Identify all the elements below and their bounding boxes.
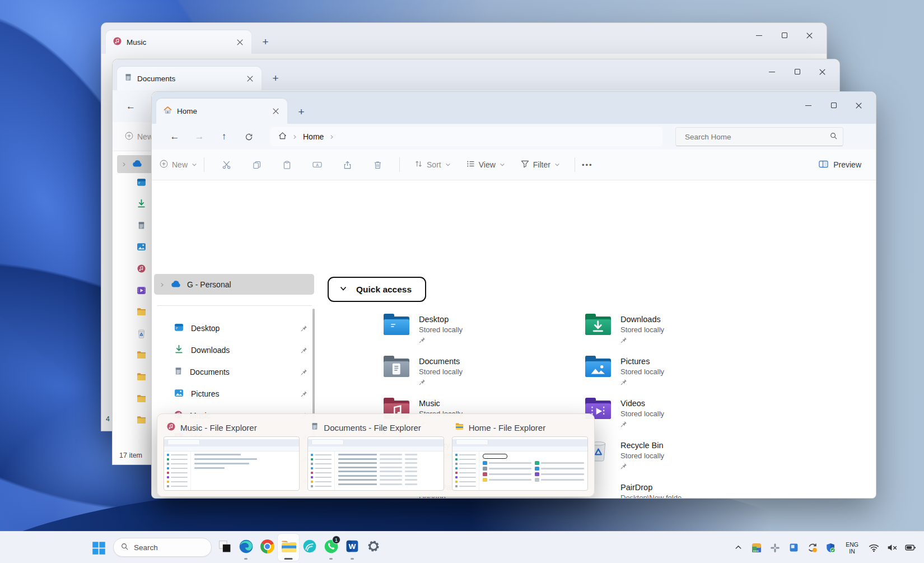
sidebar-item-pictures[interactable]: Pictures (160, 384, 314, 404)
taskbar-app-edge[interactable] (235, 534, 256, 561)
home-tab-close-icon[interactable] (269, 105, 282, 118)
chevron-down-icon (445, 160, 451, 169)
quick-access-section-header[interactable]: Quick access (328, 277, 426, 302)
quick-access-item-recycle-bin[interactable]: Recycle BinStored locally (585, 437, 759, 477)
breadcrumb-home-icon[interactable] (278, 132, 287, 142)
quick-access-item-videos[interactable]: VideosStored locally (585, 395, 759, 435)
music-tab[interactable]: Music (106, 30, 251, 54)
quick-access-item-text: VideosStored locally (620, 395, 664, 435)
documents-new-tab-button[interactable]: + (267, 70, 284, 87)
home-maximize-button[interactable] (821, 96, 846, 114)
copy-button[interactable] (250, 161, 263, 169)
sidebar-item-documents[interactable]: Documents (160, 362, 314, 382)
back-button[interactable]: ← (166, 128, 183, 145)
documents-new-button-label[interactable]: New (137, 132, 153, 141)
paste-button[interactable] (280, 161, 293, 169)
documents-sidebar-folder-icon[interactable] (136, 350, 146, 360)
quick-access-item-desktop[interactable]: DesktopStored locally (384, 311, 557, 351)
quick-access-item-downloads[interactable]: DownloadsStored locally (585, 311, 759, 351)
cut-button[interactable] (220, 160, 233, 169)
documents-sidebar-folder-icon[interactable] (136, 307, 146, 317)
documents-minimize-button[interactable] (759, 63, 785, 81)
quick-access-item-documents[interactable]: DocumentsStored locally (384, 353, 557, 393)
music-minimize-button[interactable] (746, 26, 772, 44)
preview-card-home-file-explorer[interactable]: Home - File Explorer (450, 417, 590, 492)
documents-close-button[interactable] (810, 63, 835, 81)
sidebar-item-downloads[interactable]: Downloads (160, 340, 314, 360)
view-button[interactable]: View (466, 160, 505, 169)
pin-icon (301, 390, 307, 397)
sort-button[interactable]: Sort (414, 160, 451, 170)
sidebar-item-onedrive[interactable]: G - Personal (154, 274, 314, 295)
rename-button[interactable]: A (310, 161, 324, 169)
thumbnail-body (308, 452, 443, 491)
documents-tab[interactable]: Documents (117, 67, 262, 90)
filter-icon (521, 160, 529, 170)
preview-card-label: Documents - File Explorer (324, 423, 421, 432)
music-maximize-button[interactable] (772, 26, 797, 44)
new-button[interactable]: New (160, 160, 197, 170)
tray-icon-slack[interactable] (769, 542, 781, 553)
refresh-button[interactable] (240, 128, 257, 145)
sidebar-item-label: Desktop (191, 324, 220, 333)
forward-button[interactable]: → (191, 128, 208, 145)
tray-icon-battery[interactable] (905, 542, 916, 553)
tray-icon-wifi[interactable] (868, 542, 879, 553)
quick-access-item-pairdrop[interactable]: PairDropDesktop\New folde... (585, 479, 759, 499)
taskbar-app-photos[interactable] (214, 534, 235, 561)
up-button[interactable]: ↑ (216, 128, 232, 145)
svg-text:W: W (349, 542, 356, 551)
documents-maximize-button[interactable] (785, 63, 810, 81)
home-close-button[interactable] (846, 96, 871, 114)
taskbar-app-settings[interactable] (363, 534, 384, 561)
breadcrumb-item-home[interactable]: Home (303, 132, 324, 141)
item-subtitle: Stored locally (620, 451, 664, 461)
notification-badge: 1 (332, 536, 340, 544)
taskbar-app-chrome[interactable] (256, 534, 278, 561)
documents-sidebar-recycle-icon[interactable] (136, 328, 146, 338)
taskbar-app-word[interactable]: W (342, 534, 363, 561)
documents-tab-close-icon[interactable] (244, 72, 256, 85)
documents-sidebar-music-icon[interactable] (136, 263, 146, 273)
tray-icon-sync[interactable] (806, 542, 818, 553)
more-options-button[interactable]: ••• (582, 161, 593, 169)
filter-button[interactable]: Filter (521, 160, 560, 170)
music-tab-close-icon[interactable] (234, 36, 246, 48)
preview-toggle-button[interactable]: Preview (819, 160, 861, 170)
home-tab[interactable]: Home (156, 99, 287, 124)
start-button[interactable] (90, 539, 108, 557)
language-indicator[interactable]: ENGIN (843, 541, 861, 555)
quick-access-item-pictures[interactable]: PicturesStored locally (585, 353, 759, 393)
share-button[interactable] (340, 161, 354, 169)
documents-sidebar-pictures-icon[interactable] (136, 242, 146, 252)
back-button[interactable]: ← (126, 101, 136, 112)
documents-sidebar-folder-icon[interactable] (136, 415, 146, 425)
preview-card-music-file-explorer[interactable]: Music - File Explorer (162, 417, 301, 492)
documents-sidebar-desktop-icon[interactable] (136, 177, 146, 187)
tray-icon-photos-color[interactable] (751, 542, 762, 553)
music-new-tab-button[interactable]: + (257, 34, 274, 50)
tray-icon-volume-mute[interactable] (886, 542, 898, 553)
preview-card-documents-file-explorer[interactable]: Documents - File Explorer (306, 417, 445, 492)
taskbar-app-shareit[interactable] (299, 534, 320, 561)
music-close-button[interactable] (797, 26, 822, 44)
taskbar-app-explorer[interactable] (278, 534, 299, 561)
documents-sidebar-documents-icon[interactable] (136, 220, 146, 230)
documents-sidebar-downloads-icon[interactable] (136, 199, 146, 209)
tray-expand-icon[interactable] (732, 542, 744, 553)
delete-button[interactable] (371, 161, 384, 169)
home-new-tab-button[interactable]: + (293, 104, 310, 120)
home-minimize-button[interactable] (796, 96, 821, 114)
chevron-down-icon (339, 285, 347, 295)
documents-sidebar-folder-icon[interactable] (136, 393, 146, 403)
folder-app-icon (455, 422, 464, 432)
search-icon[interactable] (830, 132, 837, 142)
documents-sidebar-videos-icon[interactable] (136, 285, 146, 295)
documents-sidebar-folder-icon[interactable] (136, 371, 146, 381)
search-input[interactable] (684, 132, 830, 142)
sidebar-item-desktop[interactable]: Desktop (160, 318, 314, 338)
taskbar-search-button[interactable]: Search (113, 538, 212, 557)
taskbar-app-whatsapp[interactable]: 1 (320, 534, 342, 561)
tray-icon-defender[interactable] (825, 542, 836, 553)
tray-icon-blue-app[interactable] (788, 542, 799, 553)
